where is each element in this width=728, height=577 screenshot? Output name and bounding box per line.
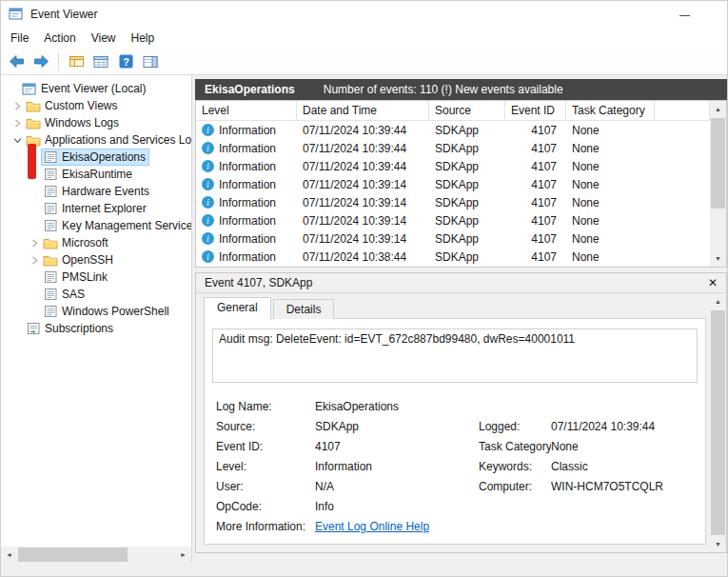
- scroll-right-icon[interactable]: ►: [175, 547, 191, 563]
- event-source-cell: SDKApp: [429, 229, 505, 248]
- collapsed-chevron-icon[interactable]: [10, 102, 24, 110]
- event-filler-cell: [655, 248, 710, 266]
- events-vertical-scrollbar[interactable]: ▲ ▼: [710, 101, 726, 267]
- expanded-chevron-icon[interactable]: [10, 136, 24, 145]
- tree-item-custom-views[interactable]: Custom Views: [1, 97, 191, 114]
- tree-item-content: PMSLink: [41, 269, 111, 286]
- table-header-row: LevelDate and TimeSourceEvent IDTask Cat…: [196, 101, 710, 121]
- tree-item-sas[interactable]: SAS: [1, 286, 191, 303]
- console-tree-icon[interactable]: [65, 50, 88, 73]
- scrollbar-thumb[interactable]: [18, 547, 128, 562]
- column-header-date-and-time[interactable]: Date and Time: [297, 101, 429, 121]
- close-icon[interactable]: ✕: [708, 276, 718, 289]
- help-icon[interactable]: ?: [114, 50, 137, 73]
- field-label: OpCode:: [216, 500, 315, 513]
- back-icon[interactable]: [5, 50, 28, 73]
- event-datetime-cell: 07/11/2024 10:39:14: [297, 193, 429, 211]
- event-datetime-cell: 07/11/2024 10:39:44: [297, 157, 429, 175]
- tree-item-windows-logs[interactable]: Windows Logs: [1, 114, 191, 131]
- event-row[interactable]: iInformation07/11/2024 10:39:14SDKApp410…: [196, 211, 710, 229]
- properties-icon[interactable]: [89, 50, 112, 73]
- menu-bar: FileActionViewHelp: [1, 28, 727, 49]
- event-log-online-help-link[interactable]: Event Log Online Help: [315, 520, 479, 533]
- field-value: WIN-HCM7O5TCQLR: [551, 480, 694, 493]
- event-source-cell: SDKApp: [429, 121, 505, 139]
- event-details-pane: Event 4107, SDKApp ✕ GeneralDetails Audi…: [195, 272, 727, 553]
- column-header-level[interactable]: Level: [196, 101, 297, 121]
- scroll-left-icon[interactable]: ◄: [1, 547, 17, 563]
- tree-item-label: SAS: [62, 288, 85, 301]
- collapsed-chevron-icon[interactable]: [28, 239, 41, 248]
- event-row[interactable]: iInformation07/11/2024 10:39:44SDKApp410…: [196, 157, 710, 175]
- event-task-category-cell: None: [566, 229, 655, 248]
- event-filler-cell: [655, 193, 710, 211]
- event-level-cell: iInformation: [196, 121, 297, 139]
- scrollbar-track[interactable]: [710, 117, 726, 250]
- menu-file[interactable]: File: [3, 29, 36, 48]
- menu-action[interactable]: Action: [36, 29, 83, 48]
- scrollbar-track[interactable]: [710, 309, 726, 536]
- column-header-task-category[interactable]: Task Category: [566, 101, 655, 121]
- event-level-cell: iInformation: [196, 211, 297, 229]
- events-pane-header: EkisaOperations Number of events: 110 (!…: [195, 79, 727, 100]
- tree-item-content: OpenSSH: [41, 251, 117, 269]
- scrollbar-thumb[interactable]: [711, 310, 725, 535]
- log-icon: [43, 168, 58, 181]
- tree-item-internet-explorer[interactable]: Internet Explorer: [1, 200, 191, 217]
- event-row[interactable]: iInformation07/11/2024 10:39:14SDKApp410…: [196, 229, 710, 248]
- details-header: Event 4107, SDKApp ✕: [196, 273, 726, 293]
- event-datetime-cell: 07/11/2024 10:39:44: [297, 139, 429, 157]
- caption-buttons: —: [663, 1, 706, 28]
- collapsed-chevron-icon[interactable]: [28, 256, 41, 265]
- tree-item-microsoft[interactable]: Microsoft: [1, 234, 191, 251]
- tree-item-key-management-service[interactable]: Key Management Service: [1, 217, 191, 234]
- event-datetime-cell: 07/11/2024 10:39:14: [297, 229, 429, 248]
- event-row[interactable]: iInformation07/11/2024 10:39:44SDKApp410…: [196, 139, 710, 157]
- scrollbar-thumb[interactable]: [711, 118, 725, 209]
- main-content: Event Viewer (Local)Custom ViewsWindows …: [1, 75, 727, 576]
- field-label: Task Category:: [479, 440, 551, 453]
- event-id-cell: 4107: [505, 139, 566, 157]
- field-value: SDKApp: [315, 420, 479, 433]
- tab-details[interactable]: Details: [273, 299, 335, 319]
- tree-item-hardware-events[interactable]: Hardware Events: [1, 183, 191, 200]
- menu-help[interactable]: Help: [124, 29, 163, 48]
- menu-view[interactable]: View: [84, 29, 124, 48]
- information-icon: i: [202, 160, 214, 172]
- tree-item-subscriptions[interactable]: Subscriptions: [1, 320, 191, 337]
- tree-item-windows-powershell[interactable]: Windows PowerShell: [1, 303, 191, 320]
- scroll-down-icon[interactable]: ▼: [710, 250, 726, 267]
- forward-icon[interactable]: [30, 50, 52, 73]
- event-task-category-cell: None: [566, 211, 655, 229]
- event-row[interactable]: iInformation07/11/2024 10:38:44SDKApp410…: [196, 248, 710, 266]
- field-label: Source:: [216, 420, 315, 433]
- event-row[interactable]: iInformation07/11/2024 10:39:44SDKApp410…: [196, 121, 710, 139]
- column-header-event-id[interactable]: Event ID: [505, 101, 566, 121]
- details-vertical-scrollbar[interactable]: ▲ ▼: [710, 293, 726, 552]
- event-level-text: Information: [219, 214, 276, 228]
- scroll-up-icon[interactable]: ▲: [710, 101, 726, 117]
- tree-item-event-viewer-local[interactable]: Event Viewer (Local): [1, 80, 191, 97]
- minimize-button[interactable]: —: [663, 1, 706, 28]
- tree-item-label: Windows Logs: [45, 116, 119, 129]
- event-row[interactable]: iInformation07/11/2024 10:39:14SDKApp410…: [196, 193, 710, 211]
- tree-item-pmslink[interactable]: PMSLink: [1, 269, 191, 286]
- collapsed-chevron-icon[interactable]: [10, 119, 24, 128]
- event-fields: Log Name:EkisaOperationsSource:SDKAppLog…: [205, 394, 705, 538]
- scroll-up-icon[interactable]: ▲: [710, 293, 726, 309]
- event-level-cell: iInformation: [196, 139, 297, 157]
- event-task-category-cell: None: [566, 121, 655, 139]
- event-row[interactable]: iInformation07/11/2024 10:39:14SDKApp410…: [196, 175, 710, 193]
- column-header-source[interactable]: Source: [429, 101, 505, 121]
- action-pane-icon[interactable]: [139, 50, 162, 73]
- event-id-cell: 4107: [505, 248, 566, 266]
- scroll-down-icon[interactable]: ▼: [710, 536, 726, 552]
- event-level-cell: iInformation: [196, 248, 297, 266]
- tree-item-content: Key Management Service: [41, 217, 192, 234]
- event-task-category-cell: None: [566, 248, 655, 266]
- tree-horizontal-scrollbar[interactable]: ◄ ►: [1, 547, 191, 563]
- results-pane: EkisaOperations Number of events: 110 (!…: [192, 75, 727, 563]
- tab-general[interactable]: General: [204, 297, 271, 319]
- tree-item-openssh[interactable]: OpenSSH: [1, 251, 191, 269]
- event-level-cell: iInformation: [196, 175, 297, 193]
